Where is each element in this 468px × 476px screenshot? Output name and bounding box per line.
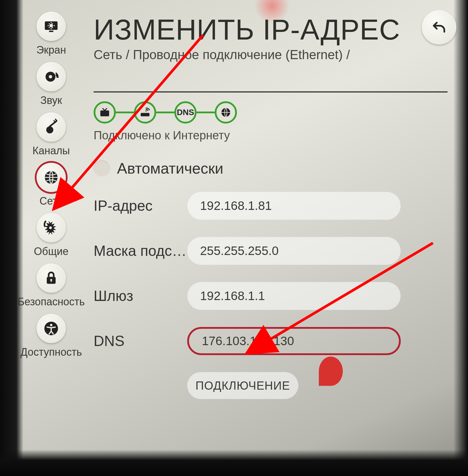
- ip-address-field[interactable]: 192.168.1.81: [187, 192, 401, 220]
- svg-point-1: [49, 24, 53, 28]
- accessibility-icon: [37, 314, 66, 343]
- connect-button-label: ПОДКЛЮЧЕНИЕ: [195, 379, 290, 392]
- main-panel: ИЗМЕНИТЬ IP-АДРЕС Сеть / Проводное подкл…: [94, 13, 448, 399]
- svg-rect-14: [141, 113, 149, 117]
- field-label: Маска подс…: [94, 242, 187, 259]
- connection-chain: DNS: [94, 101, 448, 124]
- globe-icon: [220, 107, 232, 118]
- dns-field[interactable]: 176.103.130.130: [187, 327, 401, 355]
- chain-node-tv: [94, 101, 116, 124]
- divider: [94, 91, 448, 93]
- bezel-right: [453, 0, 468, 476]
- svg-point-4: [49, 75, 52, 78]
- tv-icon: [99, 107, 111, 118]
- sidebar-item-general[interactable]: Общие: [34, 213, 68, 258]
- field-label: IP-адрес: [94, 197, 187, 214]
- sidebar-item-channels[interactable]: Каналы: [32, 112, 70, 157]
- cursor-icon: [319, 357, 343, 386]
- auto-label: Автоматически: [117, 160, 223, 177]
- page-title: ИЗМЕНИТЬ IP-АДРЕС: [94, 13, 448, 46]
- svg-rect-13: [100, 110, 109, 116]
- sound-icon: [37, 62, 66, 91]
- sidebar-item-security[interactable]: Безопасность: [18, 263, 85, 308]
- field-row-mask: Маска подс… 255.255.255.0: [94, 237, 448, 265]
- sidebar-item-label: Каналы: [32, 145, 70, 157]
- sidebar-item-network[interactable]: Сеть: [37, 163, 66, 207]
- svg-rect-2: [49, 31, 54, 32]
- svg-point-7: [49, 226, 52, 229]
- field-row-gateway: Шлюз 192.168.1.1: [94, 282, 448, 310]
- auto-mode-row[interactable]: Автоматически: [94, 160, 448, 177]
- sidebar-item-label: Доступность: [20, 346, 82, 358]
- svg-point-15: [145, 110, 147, 112]
- back-icon: [430, 18, 448, 36]
- sidebar-item-sound[interactable]: Звук: [37, 62, 66, 107]
- auto-radio[interactable]: [94, 160, 110, 177]
- sidebar-item-label: Безопасность: [18, 296, 85, 308]
- network-icon: [37, 163, 66, 192]
- dns-label: DNS: [177, 108, 194, 117]
- router-icon: [139, 107, 151, 118]
- field-row-ip: IP-адрес 192.168.1.81: [94, 192, 448, 220]
- general-icon: [37, 213, 66, 242]
- back-button[interactable]: [422, 10, 456, 44]
- breadcrumb: Сеть / Проводное подключение (Ethernet) …: [94, 47, 448, 62]
- connection-status: Подключено к Интернету: [94, 129, 448, 142]
- screen-icon: [37, 12, 66, 41]
- bezel-bottom: [0, 450, 468, 476]
- sidebar-item-screen[interactable]: Экран: [36, 12, 66, 56]
- chain-node-dns: DNS: [174, 101, 197, 124]
- sidebar-item-label: Общие: [34, 245, 68, 258]
- settings-sidebar: Экран Звук Каналы Сеть Общие Безопасност…: [18, 12, 85, 358]
- field-label: DNS: [94, 333, 187, 350]
- chain-link: [156, 112, 174, 113]
- security-icon: [37, 263, 66, 293]
- chain-link: [197, 112, 215, 113]
- sidebar-item-label: Экран: [36, 44, 66, 56]
- sidebar-item-label: Звук: [40, 94, 62, 107]
- ip-form: Автоматически IP-адрес 192.168.1.81 Маск…: [94, 160, 448, 399]
- field-label: Шлюз: [94, 287, 187, 304]
- chain-link: [116, 112, 134, 113]
- channels-icon: [37, 112, 66, 142]
- field-row-dns: DNS 176.103.130.130: [94, 327, 448, 355]
- sidebar-item-label: Сеть: [39, 195, 63, 207]
- svg-point-12: [50, 324, 52, 326]
- gateway-field[interactable]: 192.168.1.1: [187, 282, 401, 310]
- sidebar-item-accessibility[interactable]: Доступность: [20, 314, 82, 358]
- chain-node-router: [134, 101, 156, 124]
- connect-button[interactable]: ПОДКЛЮЧЕНИЕ: [187, 372, 298, 399]
- subnet-mask-field[interactable]: 255.255.255.0: [187, 237, 401, 265]
- chain-node-internet: [215, 101, 237, 124]
- svg-point-5: [46, 126, 53, 133]
- svg-rect-10: [51, 280, 51, 282]
